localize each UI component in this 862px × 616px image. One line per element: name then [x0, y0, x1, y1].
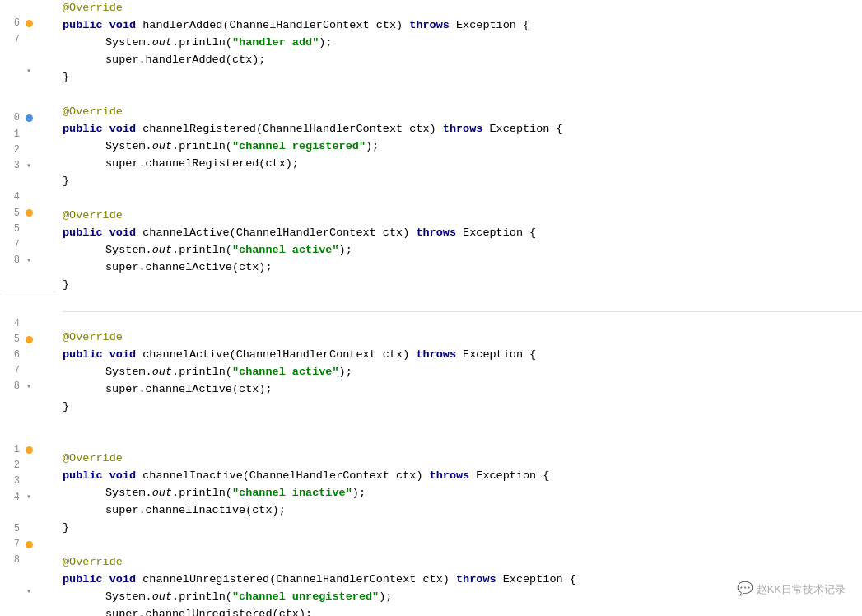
gutter-row: 5	[0, 332, 56, 348]
token-plain: System.	[105, 138, 152, 156]
token-plain: Exception {	[469, 468, 549, 485]
fold-arrow-icon[interactable]: ▾	[23, 381, 35, 393]
line-number: 2	[2, 458, 20, 474]
token-plain: .println(	[172, 35, 232, 52]
token-plain: channelRegistered(ChannelHandlerContext …	[136, 121, 443, 138]
breakpoint-dot-icon[interactable]	[23, 444, 35, 455]
line-number: 7	[2, 363, 20, 379]
fold-arrow-icon[interactable]: ▾	[23, 254, 35, 266]
gutter-row: 3	[0, 474, 56, 489]
token-kw: void	[109, 225, 136, 242]
bookmark-dot-icon[interactable]	[23, 113, 35, 124]
code-line: System.out.println("channel inactive");	[63, 485, 862, 502]
token-string: "channel active"	[232, 242, 339, 259]
gutter-row: 3▾	[0, 158, 56, 174]
code-line: System.out.println("handler add");	[63, 35, 862, 52]
code-line: @Override	[63, 208, 862, 225]
token-throws-kw: throws	[416, 347, 456, 364]
token-plain: Exception {	[482, 121, 562, 138]
token-annotation: @Override	[63, 329, 123, 347]
gutter-row	[0, 284, 56, 300]
token-plain: super.channelInactive(ctx);	[105, 502, 286, 520]
gutter-row: 4	[0, 189, 56, 205]
code-line: @Override	[63, 554, 862, 572]
gutter-row: 7	[0, 237, 56, 253]
token-plain: System.	[105, 35, 152, 52]
gutter-row: 6	[0, 16, 56, 31]
code-line: @Override	[63, 329, 862, 347]
token-plain: );	[319, 35, 332, 52]
token-kw: public	[63, 572, 103, 589]
line-number: 4	[2, 490, 20, 506]
token-plain: super.channelActive(ctx);	[105, 381, 273, 399]
fold-arrow-icon[interactable]: ▾	[23, 492, 35, 503]
line-number: 7	[2, 537, 20, 553]
token-plain: }	[63, 69, 69, 86]
watermark-text: 赵KK日常技术记录	[757, 581, 846, 598]
token-out-italic: out	[152, 485, 172, 502]
line-number: 1	[2, 442, 20, 458]
token-kw: public	[63, 347, 103, 364]
token-plain: System.	[105, 364, 152, 381]
fold-arrow-icon[interactable]: ▾	[23, 160, 35, 171]
gutter-row: 7	[0, 363, 56, 379]
token-throws-kw: throws	[430, 468, 470, 485]
gutter-row: 5	[0, 205, 56, 221]
token-plain: }	[63, 173, 69, 190]
token-throws-kw: throws	[409, 17, 450, 35]
code-line	[63, 312, 862, 329]
code-line: public void channelActive(ChannelHandler…	[63, 225, 862, 242]
token-plain: .println(	[172, 138, 232, 156]
token-kw: void	[109, 17, 136, 35]
gutter-row	[0, 174, 56, 189]
token-plain	[103, 572, 109, 589]
gutter-row: ▾	[0, 63, 56, 79]
token-kw: public	[63, 468, 103, 485]
breakpoint-dot-icon[interactable]	[23, 539, 35, 550]
token-plain: System.	[105, 589, 152, 606]
code-line: System.out.println("channel active");	[63, 364, 862, 381]
code-line	[63, 433, 862, 450]
line-number: 6	[2, 348, 20, 363]
code-line	[63, 86, 862, 104]
gutter-row: 7	[0, 537, 56, 553]
token-plain	[103, 468, 109, 485]
fold-arrow-icon[interactable]: ▾	[23, 65, 35, 77]
line-number: 7	[2, 237, 20, 253]
code-line: super.channelInactive(ctx);	[63, 502, 862, 520]
code-line: }	[63, 173, 862, 190]
token-throws-kw: throws	[443, 121, 483, 138]
gutter-row	[0, 95, 56, 110]
token-throws-kw: throws	[416, 225, 456, 242]
gutter-row	[0, 79, 56, 95]
breakpoint-dot-icon[interactable]	[23, 334, 35, 345]
token-plain	[103, 225, 109, 242]
gutter-row	[0, 0, 56, 16]
token-throws-kw: throws	[456, 572, 496, 589]
code-line: }	[63, 69, 862, 86]
line-number: 3	[2, 158, 20, 174]
watermark-icon: 💬	[737, 579, 753, 600]
token-out-italic: out	[152, 364, 172, 381]
line-number: 1	[2, 127, 20, 142]
breakpoint-dot-icon[interactable]	[23, 208, 35, 219]
line-number: 5	[2, 222, 20, 237]
gutter-row: 8▾	[0, 253, 56, 268]
fold-arrow-icon[interactable]: ▾	[23, 586, 35, 598]
token-plain: Exception {	[496, 572, 576, 589]
token-plain: super.handlerAdded(ctx);	[105, 52, 265, 69]
token-kw: void	[109, 572, 136, 589]
token-plain: );	[339, 242, 352, 259]
gutter-row: 8▾	[0, 379, 56, 394]
token-plain	[103, 121, 109, 138]
line-number: 3	[2, 474, 20, 489]
gutter-row: 2	[0, 458, 56, 474]
breakpoint-dot-icon[interactable]	[23, 18, 35, 30]
token-kw: public	[63, 17, 103, 35]
code-line	[63, 537, 862, 554]
gutter: 67▾0123▾45578▾45678▾1234▾578▾	[0, 0, 56, 616]
token-annotation: @Override	[63, 0, 123, 17]
code-line	[63, 190, 862, 208]
line-number: 5	[2, 521, 20, 537]
code-line: @Override	[63, 0, 862, 17]
